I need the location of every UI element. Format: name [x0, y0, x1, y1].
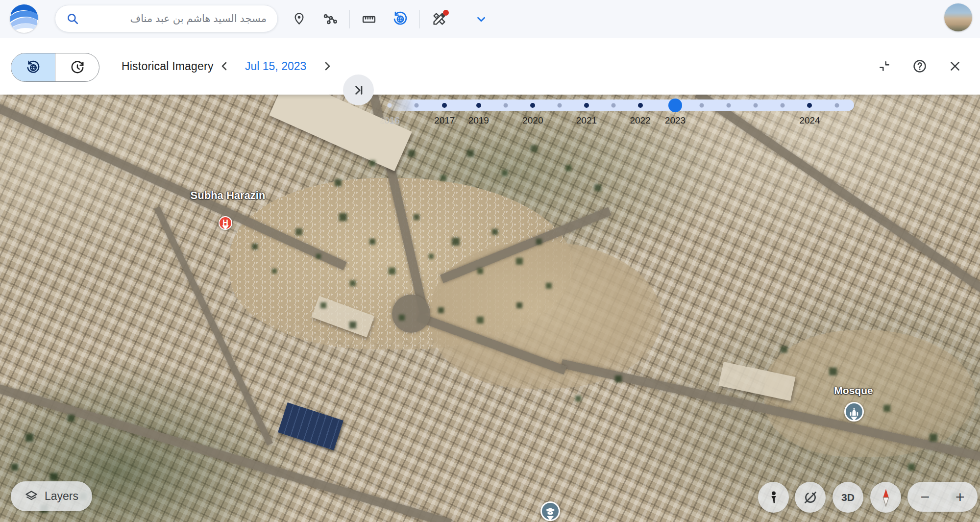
timeline-dot[interactable]	[476, 103, 481, 108]
chevron-down-icon[interactable]	[469, 7, 493, 31]
toolbar-divider	[419, 10, 420, 28]
timeline-dot[interactable]	[442, 103, 447, 108]
layers-label: Layers	[45, 490, 78, 503]
timeline-year-label: 2022	[630, 115, 650, 126]
timeline-dot[interactable]	[807, 103, 812, 108]
toolbar-icons	[287, 0, 493, 38]
timeline-dot[interactable]	[387, 103, 392, 107]
timeline-year-label: 2023	[665, 115, 686, 126]
satellite-map[interactable]: Subha Harazin H Mosque Layers	[0, 95, 980, 522]
3d-label: 3D	[841, 492, 855, 503]
google-earth-logo-icon[interactable]	[10, 4, 38, 33]
location-pin-icon[interactable]	[287, 7, 311, 31]
time-reset-toggle[interactable]	[55, 53, 99, 81]
layers-button[interactable]: Layers	[11, 481, 92, 511]
help-icon[interactable]	[908, 55, 931, 77]
mosque-pin[interactable]	[844, 402, 864, 422]
hospital-pin[interactable]: H	[219, 216, 232, 230]
imagery-timeline[interactable]: 20162017201920202021202220232024	[387, 99, 854, 111]
notification-dot	[443, 10, 449, 16]
timeline-dot[interactable]	[700, 103, 704, 107]
historical-imagery-title: Historical Imagery	[122, 38, 214, 95]
toolbar-actions	[873, 38, 966, 95]
3d-button[interactable]: 3D	[833, 482, 863, 513]
timeline-dot[interactable]	[530, 103, 535, 108]
timeline-dot[interactable]	[557, 103, 562, 107]
tree-cover	[0, 95, 0, 95]
timeline-year-label: 2019	[468, 115, 489, 126]
timeline-dot[interactable]	[638, 103, 643, 108]
time-mode-toggle	[11, 53, 99, 82]
historical-imagery-toggle[interactable]	[11, 53, 55, 81]
timeline-year-label: 2017	[434, 115, 455, 126]
compass-icon	[876, 488, 896, 507]
timeline-dot[interactable]	[584, 103, 589, 108]
top-bar	[0, 0, 980, 38]
skip-to-latest-button[interactable]	[343, 75, 374, 105]
historical-imagery-icon[interactable]	[388, 7, 413, 31]
timeline-year-label: 2021	[576, 115, 597, 126]
place-label-mosque: Mosque	[834, 385, 873, 397]
zoom-out-button[interactable]: −	[915, 489, 934, 505]
timeline-dot[interactable]	[781, 103, 785, 107]
zoom-in-button[interactable]: +	[951, 489, 970, 505]
place-label-subha-harazin: Subha Harazin	[191, 189, 266, 202]
pegman-button[interactable]	[758, 482, 789, 513]
timeline-dot[interactable]	[504, 103, 508, 107]
search-bar[interactable]	[55, 5, 278, 32]
timeline-dot[interactable]	[415, 103, 419, 107]
timeline-dot[interactable]	[753, 103, 758, 107]
compass[interactable]	[870, 482, 901, 513]
next-date-button[interactable]	[321, 38, 333, 95]
search-icon[interactable]	[66, 12, 79, 25]
user-avatar[interactable]	[944, 3, 972, 31]
timeline-selected-dot[interactable]	[668, 99, 682, 112]
ruler-icon[interactable]	[357, 7, 381, 31]
google-earth-app: Historical Imagery Jul 15, 2023 20162017…	[0, 0, 980, 522]
timeline-year-label: 2020	[522, 115, 543, 126]
toolbar-divider	[349, 10, 350, 28]
search-input[interactable]	[86, 13, 267, 25]
timeline-year-label: 2024	[799, 115, 820, 126]
timeline-dot[interactable]	[612, 103, 616, 107]
school-pin[interactable]	[540, 501, 560, 521]
road-junction	[392, 295, 430, 333]
close-icon[interactable]	[944, 55, 966, 77]
previous-date-button[interactable]	[219, 38, 230, 95]
timeline-dot[interactable]	[834, 103, 839, 107]
current-imagery-date[interactable]: Jul 15, 2023	[245, 38, 306, 95]
timeline-year-label: 2016	[379, 115, 400, 126]
collapse-icon[interactable]	[873, 55, 896, 77]
historical-imagery-toolbar: Historical Imagery Jul 15, 2023 20162017…	[0, 38, 980, 95]
layers-icon	[24, 490, 38, 503]
orbit-button[interactable]	[795, 482, 826, 513]
timeline-dot[interactable]	[726, 103, 731, 107]
zoom-control: − +	[907, 482, 978, 512]
pegman-icon	[766, 490, 781, 505]
drawing-tools-icon[interactable]	[427, 7, 451, 31]
orbit-icon	[803, 490, 818, 505]
path-icon[interactable]	[318, 7, 343, 31]
